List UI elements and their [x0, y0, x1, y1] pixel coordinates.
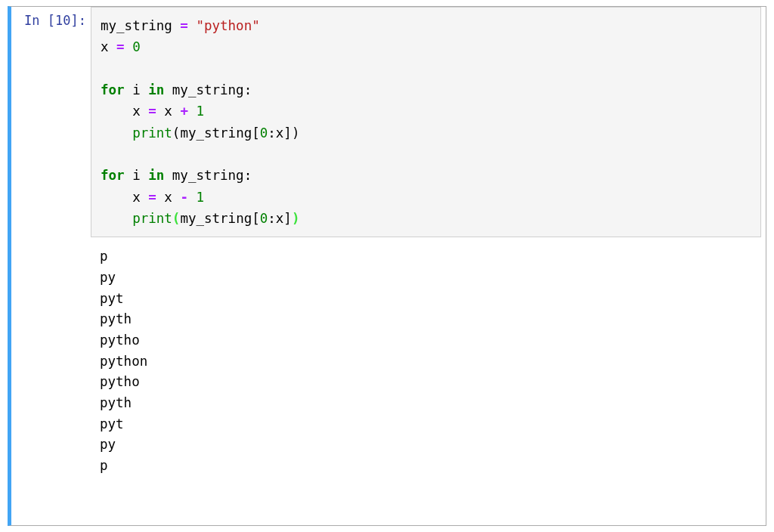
code-token: 0 — [260, 125, 268, 141]
cell-content: my_string = "python" x = 0 for i in my_s… — [91, 7, 766, 525]
code-token: my_string — [101, 18, 180, 33]
code-token: = — [116, 39, 125, 54]
code-token: 0 — [260, 211, 268, 226]
code-token: my_string[ — [180, 211, 259, 226]
code-token: my_string: — [164, 168, 252, 183]
code-token: 1 — [196, 190, 204, 205]
code-token: my_string: — [164, 82, 252, 97]
code-token: :x]) — [268, 125, 299, 141]
output-area: p py pyt pyth pytho python pytho pyth py… — [91, 237, 766, 476]
code-token: x — [156, 190, 181, 205]
code-token: "python" — [188, 18, 260, 33]
code-token: in — [148, 82, 164, 97]
code-token: - — [180, 190, 188, 205]
code-token: i — [125, 168, 149, 183]
code-token: = — [148, 104, 156, 119]
prompt-column: In [10]: — [11, 7, 91, 525]
code-token — [188, 104, 197, 119]
code-token: 1 — [196, 104, 204, 119]
code-token: ) — [292, 211, 300, 226]
input-prompt: In [10]: — [24, 13, 86, 28]
code-token: 0 — [125, 39, 141, 54]
code-token: print — [132, 211, 172, 226]
code-token — [101, 211, 132, 226]
code-input[interactable]: my_string = "python" x = 0 for i in my_s… — [91, 7, 761, 237]
code-token: :x] — [268, 211, 292, 226]
code-token: = — [148, 190, 156, 205]
code-token: i — [125, 82, 149, 97]
code-token: for — [101, 82, 125, 97]
code-cell[interactable]: In [10]: my_string = "python" x = 0 for … — [8, 6, 766, 526]
code-token: x — [101, 104, 148, 119]
code-token: in — [148, 168, 164, 183]
code-token: x — [101, 190, 148, 205]
notebook: In [10]: my_string = "python" x = 0 for … — [0, 0, 774, 532]
code-token: print — [132, 125, 172, 141]
code-token: = — [180, 18, 188, 33]
code-token — [188, 190, 197, 205]
code-token: ( — [172, 211, 181, 226]
code-token — [101, 125, 132, 141]
code-token: x — [156, 104, 181, 119]
code-token: x — [101, 39, 116, 54]
code-token: (my_string[ — [172, 125, 260, 141]
code-token: for — [101, 168, 125, 183]
code-token: + — [180, 104, 188, 119]
